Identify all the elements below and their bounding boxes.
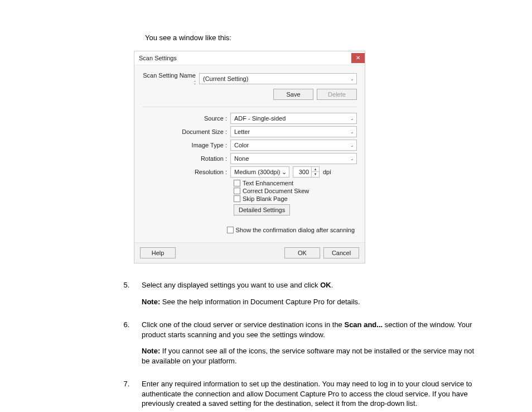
- dpi-spinner[interactable]: 300 ▲ ▼: [293, 166, 320, 178]
- confirm-checkbox[interactable]: [227, 227, 234, 233]
- source-label: Source :: [142, 115, 230, 122]
- imagetype-dropdown[interactable]: Color ⌄: [230, 140, 357, 151]
- dpi-unit: dpi: [323, 169, 331, 175]
- chevron-down-icon: ⌄: [350, 76, 354, 82]
- help-button[interactable]: Help: [140, 247, 176, 258]
- separator: [142, 107, 357, 107]
- chevron-down-icon: ⌄: [350, 143, 354, 148]
- skip-blank-checkbox[interactable]: [234, 195, 240, 202]
- close-icon[interactable]: ✕: [351, 53, 365, 63]
- titlebar: Scan Settings ✕: [134, 51, 365, 65]
- source-dropdown[interactable]: ADF - Single-sided ⌄: [230, 113, 357, 124]
- step-7: Enter any required information to set up…: [132, 379, 476, 409]
- rotation-label: Rotation :: [142, 155, 230, 162]
- resolution-dropdown[interactable]: Medium (300dpi) ⌄: [230, 166, 289, 178]
- name-dropdown[interactable]: (Current Setting) ⌄: [199, 73, 357, 84]
- intro-text: You see a window like this:: [145, 33, 476, 42]
- chevron-down-icon: ⌄: [350, 116, 354, 121]
- step-5: Select any displayed settings you want t…: [132, 280, 476, 306]
- correct-skew-checkbox[interactable]: [234, 188, 240, 194]
- instruction-list: Select any displayed settings you want t…: [132, 280, 476, 409]
- confirm-label: Show the confirmation dialog after scann…: [236, 227, 355, 233]
- rotation-dropdown[interactable]: None ⌄: [230, 153, 357, 164]
- name-label: Scan Setting Name :: [142, 72, 199, 85]
- resolution-label: Resolution :: [142, 169, 230, 175]
- ok-button[interactable]: OK: [284, 247, 320, 258]
- correct-skew-label: Correct Document Skew: [243, 188, 309, 194]
- skip-blank-label: Skip Blank Page: [243, 195, 288, 202]
- chevron-down-icon: ⌄: [350, 156, 354, 161]
- delete-button[interactable]: Delete: [317, 89, 357, 100]
- spinner-down-icon[interactable]: ▼: [312, 172, 319, 177]
- cancel-button[interactable]: Cancel: [323, 247, 359, 258]
- docsize-label: Document Size :: [142, 128, 230, 135]
- chevron-down-icon: ⌄: [350, 130, 354, 135]
- docsize-dropdown[interactable]: Letter ⌄: [230, 126, 357, 137]
- imagetype-label: Image Type :: [142, 142, 230, 148]
- dialog-title: Scan Settings: [139, 55, 177, 61]
- chevron-down-icon: ⌄: [282, 169, 287, 176]
- step-6: Click one of the cloud server or service…: [132, 320, 476, 366]
- spinner-up-icon[interactable]: ▲: [312, 167, 319, 172]
- detailed-settings-button[interactable]: Detailed Settings: [234, 204, 290, 215]
- text-enhancement-label: Text Enhancement: [243, 180, 293, 186]
- text-enhancement-checkbox[interactable]: [234, 180, 240, 186]
- scan-settings-dialog: Scan Settings ✕ Scan Setting Name : (Cur…: [134, 51, 365, 264]
- save-button[interactable]: Save: [273, 89, 313, 100]
